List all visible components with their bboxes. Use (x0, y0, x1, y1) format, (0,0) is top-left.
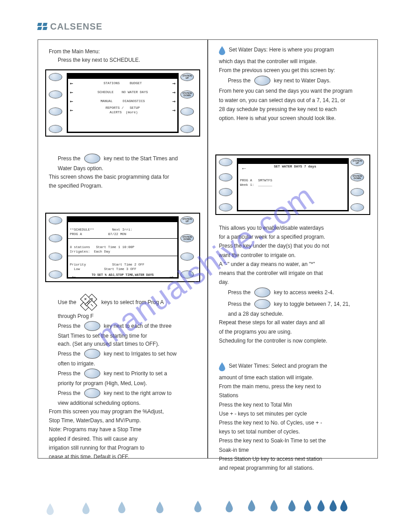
text: and a 28 day schedule. (228, 311, 283, 317)
text: From the main menu, press the key next t… (219, 383, 367, 390)
station-up-button[interactable]: STATION UP (180, 216, 194, 224)
text: Press the (58, 370, 81, 377)
softkey-button[interactable] (49, 90, 62, 99)
water-drop-icon (219, 46, 225, 55)
station-up-button[interactable]: STATION UP (351, 158, 364, 166)
station-down-button[interactable]: STATION DOWN (180, 234, 194, 242)
text: Press the key next to Soak-In Time to se… (219, 437, 367, 444)
lcd-panel-main-menu: ←STATIONS BUDGET→ ←SCHEDULE NO WATER DAY… (45, 69, 200, 137)
text: option. Here is what your screen should … (219, 115, 367, 122)
text: Press the (228, 77, 251, 84)
softkey-button[interactable] (84, 321, 100, 331)
softkey-button[interactable] (351, 188, 364, 196)
softkey-button[interactable] (254, 299, 270, 309)
text: Press the key next to Total Min (219, 401, 367, 408)
text: keys to set total number of cycles. (219, 428, 367, 435)
text: Press the key under the day(s) that you … (219, 242, 367, 249)
text: key next to the Start Times and (104, 155, 178, 162)
brand-header: CALSENSE (38, 21, 103, 32)
softkey-button[interactable] (49, 270, 62, 279)
text: key next to Irrigates to set how (104, 351, 177, 357)
softkey-button[interactable] (254, 287, 270, 297)
text: for a particular week for a specified pr… (219, 233, 367, 240)
station-up-button[interactable]: STATION UP (180, 73, 194, 81)
text: of the programs you are using. (219, 328, 367, 335)
text: Start Times to set the starting time for (58, 333, 147, 339)
text: irrigation still running for that Progra… (49, 444, 197, 451)
text: to water on, you can select days out of … (219, 97, 367, 104)
text: day. (219, 279, 367, 286)
softkey-button[interactable] (219, 173, 232, 181)
section-heading: Set Water Times: Select and program the (229, 362, 327, 369)
text: Press the (58, 155, 81, 162)
text: key next to Water Days. (274, 77, 331, 84)
text: each. (Set any unused start times to OFF… (58, 341, 159, 347)
softkey-button[interactable] (219, 188, 232, 196)
softkey-button[interactable] (49, 125, 62, 133)
text: From here you can send the days you want… (219, 87, 367, 94)
softkey-button[interactable] (84, 388, 100, 398)
page: CALSENSE From the Main Menu: Press the k… (0, 0, 411, 532)
text: priority for program (High, Med, Low). (58, 380, 147, 386)
softkey-button[interactable] (254, 76, 270, 86)
softkey-button[interactable] (84, 349, 100, 359)
text: Use + - keys to set minutes per cycle (219, 410, 367, 417)
text: Press the (58, 323, 81, 329)
text: which days that the controller will irri… (219, 58, 367, 65)
text: Press the (58, 390, 81, 396)
text: 28 day schedule by pressing the key next… (219, 106, 367, 113)
text: Soak-in time (219, 446, 367, 454)
text: This screen shows the basic programming … (49, 173, 197, 180)
text: Press the (228, 289, 251, 296)
left-column: From the Main Menu: Press the key next t… (38, 40, 207, 458)
softkey-button[interactable] (49, 107, 62, 116)
text: Repeat these steps for all water days an… (219, 319, 367, 326)
softkey-button[interactable] (84, 369, 100, 378)
brand-text: CALSENSE (50, 21, 103, 32)
softkey-button[interactable] (219, 158, 232, 166)
softkey-button[interactable] (84, 154, 100, 163)
text: key to access weeks 2-4. (274, 289, 334, 296)
text: Water Days option. (58, 165, 103, 172)
station-down-button[interactable]: STATION DOWN (180, 90, 194, 99)
softkey-button[interactable] (49, 216, 62, 224)
text: the specified Program. (49, 182, 197, 189)
softkey-button[interactable] (49, 253, 62, 261)
text: This allows you to enable/disable waterd… (219, 224, 367, 232)
text: Stations (219, 392, 367, 399)
panel-a-left-buttons (49, 73, 65, 133)
softkey-button[interactable] (180, 107, 194, 116)
text: key next to each of the three (104, 323, 171, 329)
panel-b-right-buttons: STATION UP STATION DOWN (180, 216, 197, 279)
text: often to irrigate. (58, 360, 95, 367)
text: view additional scheduling options. (58, 400, 141, 406)
lcd-screen: **SCHEDULE** Next Irri: PROG A 07/22 MON… (67, 216, 179, 279)
station-down-button[interactable]: STATION DOWN (351, 173, 364, 181)
softkey-button[interactable] (180, 125, 194, 133)
text: From the previous screen you get this sc… (219, 67, 367, 74)
text: Press the (58, 351, 81, 357)
panel-a-right-buttons: STATION UP STATION DOWN (180, 73, 197, 133)
text: key next to Priority to set a (104, 370, 167, 377)
softkey-button[interactable] (49, 234, 62, 242)
text: A "-" under a day means no water, an "*" (219, 261, 367, 268)
softkey-button[interactable] (351, 203, 364, 211)
text: amount of time each station will irrigat… (219, 374, 367, 381)
intro-line-1: From the Main Menu: (49, 48, 197, 55)
softkey-button[interactable] (49, 73, 62, 81)
text: through Prog F (58, 313, 94, 319)
lcd-panel-schedule: **SCHEDULE** Next Irri: PROG A 07/22 MON… (45, 213, 200, 282)
footer-drops-decoration (38, 500, 378, 522)
water-drop-icon (219, 362, 225, 371)
text: Stop Time, WaterDays, and MV/Pump. (49, 417, 197, 424)
softkey-button[interactable] (180, 253, 194, 261)
softkey-button[interactable] (219, 203, 232, 211)
panel-c-left-buttons (219, 158, 235, 211)
text: keys to select from Prog A (101, 299, 163, 305)
text: Note: Programs may have a Stop Time (49, 426, 197, 433)
softkey-button[interactable] (180, 270, 194, 279)
text: Use the (58, 299, 76, 305)
intro-line-2: Press the key next to SCHEDULE. (58, 57, 140, 63)
section-heading: Set Water Days: Here is where you progra… (229, 46, 334, 53)
text: Scheduling for the controller is now com… (219, 337, 367, 344)
